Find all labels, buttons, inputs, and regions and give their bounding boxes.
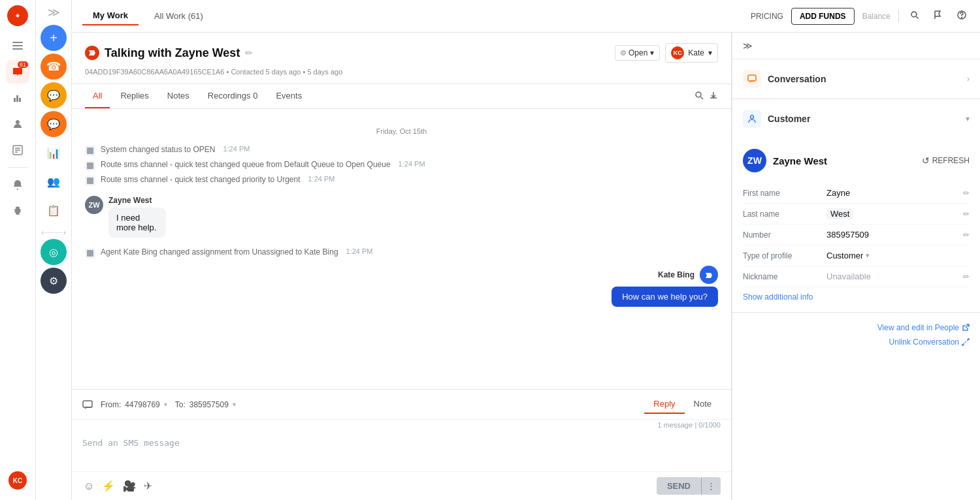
conversation-meta: 04ADD19F39A60C86AA6A0A49165CE1A6 • Conta… (85, 68, 718, 76)
from-label: From: (101, 400, 121, 409)
list-icon[interactable]: 📋 (41, 197, 67, 223)
tab-events[interactable]: Events (268, 84, 310, 108)
phone-icon[interactable]: ☎ (41, 54, 67, 80)
to-field[interactable]: To: 385957509 ▾ (175, 400, 236, 409)
svg-rect-16 (87, 250, 93, 257)
conversation-accordion-header[interactable]: Conversation › (732, 59, 980, 99)
inbox-icon[interactable]: 61 (6, 60, 29, 84)
dark-icon[interactable]: ⚙ (41, 268, 67, 294)
number-value: 385957509 (826, 230, 955, 240)
view-edit-people-link[interactable]: View and edit in People (877, 323, 970, 332)
svg-rect-17 (83, 401, 92, 407)
from-number: 44798769 (125, 400, 159, 409)
search-conv-button[interactable] (694, 91, 704, 102)
conv-time-ago: 5 days ago (307, 68, 342, 76)
emoji-button[interactable]: ☺ (82, 479, 95, 493)
system-icon-1 (85, 146, 95, 156)
add-button[interactable]: + (41, 25, 67, 51)
type-of-profile-field: Type of profile Customer ▾ (743, 245, 970, 266)
unlink-conversation-link[interactable]: Unlink Conversation (889, 337, 970, 347)
customer-message-bubble: I need more help. (108, 208, 166, 238)
reply-input[interactable] (72, 430, 731, 469)
tab-replies[interactable]: Replies (112, 84, 156, 108)
attach-button[interactable]: ✈ (142, 478, 154, 493)
edit-title-icon[interactable]: ✏ (245, 48, 253, 58)
tab-my-work[interactable]: My Work (82, 7, 139, 25)
number-edit-icon[interactable]: ✏ (963, 230, 970, 240)
help-button[interactable] (954, 7, 970, 25)
quick-reply-button[interactable]: ⚡ (101, 478, 116, 493)
settings-icon[interactable] (6, 199, 29, 223)
pricing-button[interactable]: PRICING (751, 12, 783, 21)
agent-chevron: ▾ (708, 48, 712, 57)
conv-title-row: Talking with Zayne West ✏ Open ▾ KC Kate… (85, 43, 718, 63)
chart-icon[interactable]: 📊 (41, 140, 67, 166)
system-icon-4 (85, 248, 95, 258)
app-logo (7, 5, 28, 26)
svg-rect-1 (12, 42, 23, 43)
tab-all-work[interactable]: All Work (61) (144, 7, 214, 25)
reply-note-tabs: Reply Note (644, 395, 721, 414)
send-more-button[interactable]: ⋮ (701, 477, 721, 495)
notification-icon[interactable] (6, 173, 29, 196)
video-button[interactable]: 🎥 (122, 478, 137, 493)
customer-avatar: ZW (743, 149, 766, 172)
svg-rect-14 (87, 163, 93, 169)
system-event-time-2: 1:24 PM (399, 160, 425, 168)
collapse-nav-icon[interactable]: ≫ (48, 5, 60, 20)
system-event-text-2: Route sms channel - quick test changed q… (101, 160, 391, 169)
conv-header-right: Open ▾ KC Kate ▾ (615, 43, 718, 63)
divider (8, 167, 27, 168)
chat-icon-2[interactable]: 💬 (41, 111, 67, 137)
team-icon[interactable]: 👥 (41, 168, 67, 195)
type-of-profile-select[interactable]: Customer ▾ (826, 251, 870, 260)
tab-recordings[interactable]: Recordings 0 (200, 84, 266, 108)
chat-icon-1[interactable]: 💬 (41, 82, 67, 108)
agent-badge[interactable]: KC Kate ▾ (665, 43, 718, 63)
reports-icon[interactable] (6, 138, 29, 162)
system-event-1: System changed status to OPEN 1:24 PM (85, 143, 718, 158)
system-event-2: Route sms channel - quick test changed q… (85, 158, 718, 173)
messages-area: Friday, Oct 15th System changed status t… (72, 109, 731, 389)
nickname-edit-icon[interactable]: ✏ (963, 272, 970, 281)
contacts-icon[interactable] (6, 112, 29, 136)
last-name-edit-icon[interactable]: ✏ (963, 210, 970, 219)
note-tab[interactable]: Note (685, 395, 721, 414)
customer-accordion-header[interactable]: Customer ▾ (732, 99, 980, 138)
analytics-icon[interactable] (6, 86, 29, 110)
add-funds-button[interactable]: ADD FUNDS (791, 8, 855, 25)
nav-toggle-icon[interactable] (6, 34, 29, 57)
agent-avatar: KC (671, 46, 684, 59)
first-name-edit-icon[interactable]: ✏ (963, 189, 970, 198)
status-dot (621, 50, 626, 55)
teal-icon[interactable]: ◎ (41, 239, 67, 265)
system-event-time-4: 1:24 PM (346, 247, 373, 255)
conversation-accordion: Conversation › (732, 59, 980, 99)
status-badge[interactable]: Open ▾ (615, 45, 660, 61)
panel-collapse-button[interactable]: ≫ (743, 40, 753, 51)
user-avatar[interactable]: KC (8, 471, 27, 490)
customer-header: ZW Zayne West ↺ REFRESH (743, 149, 970, 172)
flag-button[interactable] (930, 7, 946, 25)
conversation-panel: Talking with Zayne West ✏ Open ▾ KC Kate… (72, 33, 732, 500)
last-name-value: West (826, 209, 955, 219)
nickname-field: Nickname Unavailable ✏ (743, 266, 970, 287)
refresh-button[interactable]: ↺ REFRESH (922, 155, 970, 166)
svg-line-12 (701, 97, 704, 100)
tab-all[interactable]: All (85, 84, 110, 108)
from-field[interactable]: From: 44798769 ▾ (101, 400, 167, 409)
search-button[interactable] (907, 7, 923, 25)
system-icon-3 (85, 176, 95, 186)
agent-message-sender: Kate Bing (658, 266, 718, 284)
reply-area: From: 44798769 ▾ To: 385957509 ▾ Reply N… (72, 389, 731, 500)
to-label: To: (175, 400, 186, 409)
right-panel: ≫ Conversation › Customer (732, 33, 980, 500)
send-button[interactable]: SEND (657, 477, 701, 495)
reply-tab[interactable]: Reply (644, 395, 684, 414)
collapse-arrow[interactable]: › (63, 228, 66, 236)
show-additional-info[interactable]: Show additional info (743, 292, 970, 302)
message-counter: 1 message | 0/1000 (72, 420, 731, 430)
system-event-4: Agent Kate Bing changed assignment from … (85, 245, 718, 260)
download-button[interactable] (709, 91, 718, 102)
tab-notes[interactable]: Notes (159, 84, 197, 108)
